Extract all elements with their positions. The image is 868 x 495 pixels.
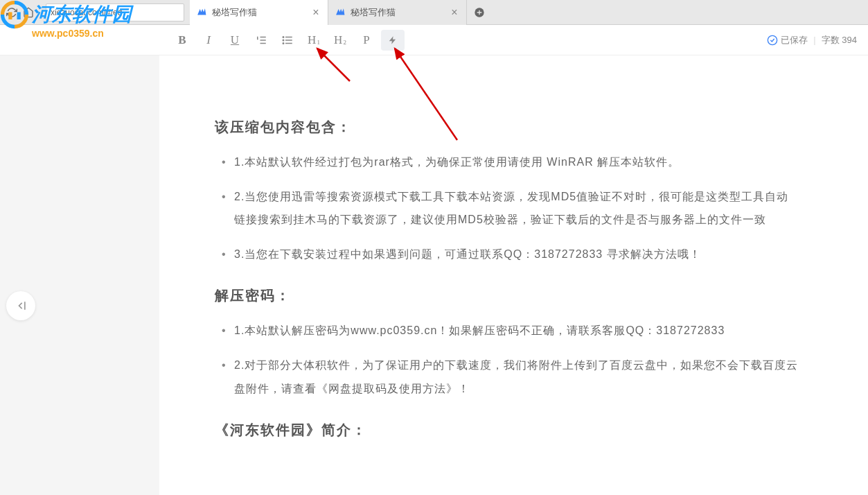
status-divider: |: [813, 35, 815, 45]
nav-controls: [0, 6, 40, 19]
check-circle-icon: [767, 35, 778, 46]
tab-title: 秘塔写作猫: [212, 6, 305, 19]
paragraph-button[interactable]: P: [355, 30, 378, 51]
svg-point-9: [283, 42, 284, 44]
status-area: 已保存 | 字数 394: [767, 34, 857, 46]
svg-point-8: [283, 40, 284, 41]
collapse-button[interactable]: [6, 291, 35, 320]
word-count: 字数 394: [822, 34, 857, 46]
ordered-list-button[interactable]: [249, 30, 273, 51]
lightning-button[interactable]: [381, 30, 405, 51]
italic-button[interactable]: I: [197, 30, 220, 51]
exit-icon: [14, 299, 28, 313]
heading2-button[interactable]: H2: [328, 30, 352, 51]
home-icon[interactable]: [22, 6, 35, 19]
editor-area[interactable]: 该压缩包内容包含： 1.本站默认软件经过打包为rar格式，为确保正常使用请使用 …: [159, 55, 868, 495]
list-item: 3.当您在下载安装过程中如果遇到问题，可通过联系QQ：3187272833 寻求…: [234, 243, 799, 266]
saved-label: 已保存: [781, 34, 808, 46]
unordered-list-button[interactable]: [276, 30, 299, 51]
reload-icon[interactable]: [6, 6, 18, 19]
heading-password: 解压密码：: [215, 286, 799, 305]
svg-point-10: [768, 35, 777, 44]
heading1-button[interactable]: H1: [302, 30, 326, 51]
svg-point-7: [283, 36, 284, 37]
heading-intro: 《河东软件园》简介：: [215, 421, 799, 440]
close-icon[interactable]: ×: [311, 8, 321, 17]
new-tab-button[interactable]: [467, 0, 492, 25]
list-item: 2.当您使用迅雷等搜索资源模式下载工具下载本站资源，发现MD5值验证不对时，很可…: [234, 185, 799, 232]
tab-favicon-icon: [335, 8, 345, 17]
left-sidebar: [0, 55, 42, 495]
list-password: 1.本站默认解压密码为www.pc0359.cn！如果解压密码不正确，请联系客服…: [215, 319, 799, 400]
url-text: xiezuocat.com/#/ed: [51, 8, 122, 17]
heading-archive-contents: 该压缩包内容包含：: [215, 118, 799, 137]
document-content: 该压缩包内容包含： 1.本站默认软件经过打包为rar格式，为确保正常使用请使用 …: [215, 118, 799, 440]
tab-title: 秘塔写作猫: [351, 6, 444, 19]
url-bar[interactable]: xiezuocat.com/#/ed: [46, 3, 184, 21]
list-item: 1.本站默认解压密码为www.pc0359.cn！如果解压密码不正确，请联系客服…: [234, 319, 799, 342]
content-wrapper: 该压缩包内容包含： 1.本站默认软件经过打包为rar格式，为确保正常使用请使用 …: [0, 55, 868, 495]
list-archive: 1.本站默认软件经过打包为rar格式，为确保正常使用请使用 WinRAR 解压本…: [215, 150, 799, 266]
saved-status: 已保存: [767, 34, 808, 46]
browser-tabs: 秘塔写作猫 × 秘塔写作猫 ×: [190, 0, 492, 25]
list-item: 2.对于部分大体积软件，为了保证用户的下载速度，我们将附件上传到了百度云盘中，如…: [234, 354, 799, 400]
close-icon[interactable]: ×: [450, 8, 459, 17]
underline-button[interactable]: U: [223, 30, 247, 51]
bold-button[interactable]: B: [170, 30, 194, 51]
list-item: 1.本站默认软件经过打包为rar格式，为确保正常使用请使用 WinRAR 解压本…: [234, 150, 799, 174]
editor-toolbar: B I U H1 H2 P 已保存 | 字数 394: [0, 25, 868, 55]
browser-bar: xiezuocat.com/#/ed 秘塔写作猫 × 秘塔写作猫 ×: [0, 0, 868, 25]
browser-tab-active[interactable]: 秘塔写作猫 ×: [190, 0, 328, 25]
tab-favicon-icon: [197, 8, 206, 17]
browser-tab[interactable]: 秘塔写作猫 ×: [328, 0, 467, 25]
